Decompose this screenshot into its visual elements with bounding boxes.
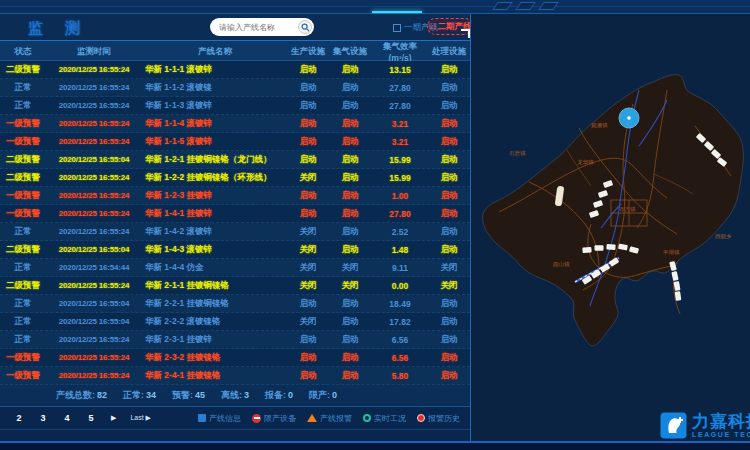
cell-line-name: 华新 1-1-2 滚镀镍 <box>142 82 288 94</box>
district-map[interactable]: 观澜镇龙华镇布吉镇西丽乡平湖镇园山镇石岩镇 <box>471 14 750 441</box>
cell-gas-efficiency: 6.56 <box>372 353 428 363</box>
table-row[interactable]: 正常 2020/12/25 16:55:04 华新 2-2-1 挂镀铜镍铬 启动… <box>0 295 470 313</box>
cell-status: 正常 <box>0 226 46 238</box>
cell-status: 正常 <box>0 82 46 94</box>
table-row[interactable]: 正常 2020/12/25 16:55:24 华新 2-3-1 挂镀锌 启动 启… <box>0 331 470 349</box>
cell-production-facility: 关闭 <box>288 172 328 184</box>
cell-monitor-time: 2020/12/25 16:55:24 <box>46 119 142 128</box>
map-panel[interactable]: 观澜镇龙华镇布吉镇西丽乡平湖镇园山镇石岩镇 力嘉科技 LEAGUE TECH <box>470 14 750 441</box>
table-row[interactable]: 一级预警 2020/12/25 16:55:24 华新 2-3-2 挂镀镍铬 启… <box>0 349 470 367</box>
cell-gas-efficiency: 18.49 <box>372 299 428 309</box>
table-row[interactable]: 二级预警 2020/12/25 16:55:24 华新 1-1-1 滚镀锌 启动… <box>0 61 470 79</box>
cell-status: 正常 <box>0 316 46 328</box>
map-cluster-marker[interactable] <box>582 247 591 253</box>
limit-equipment-icon <box>252 414 261 423</box>
legend-line-info[interactable]: 产线信息 <box>198 413 241 424</box>
cell-gas-efficiency: 13.15 <box>372 65 428 75</box>
table-row[interactable]: 二级预警 2020/12/25 16:55:04 华新 1-2-1 挂镀铜镍铬（… <box>0 151 470 169</box>
cell-line-name: 华新 1-2-2 挂镀铜镍铬（环形线） <box>142 172 288 184</box>
cell-gas-facility: 关闭 <box>328 280 372 292</box>
col-production-facility: 生产设施 <box>288 46 328 58</box>
page-title: 监 测 <box>28 19 89 38</box>
legend-limit-equipment[interactable]: 限产设备 <box>252 413 296 424</box>
cell-production-facility: 启动 <box>288 334 328 346</box>
legend-label: 限产设备 <box>264 413 296 424</box>
logo-en: LEAGUE TECH <box>692 431 750 438</box>
cell-production-facility: 启动 <box>288 82 328 94</box>
summary-offline: 离线:3 <box>221 389 249 402</box>
map-place-label: 观澜镇 <box>591 122 608 129</box>
footer-strip <box>0 443 750 450</box>
legend-label: 产线信息 <box>209 413 241 424</box>
cell-treatment-facility: 启动 <box>428 244 470 256</box>
cell-gas-efficiency: 0.00 <box>372 281 428 291</box>
cell-status: 正常 <box>0 334 46 346</box>
table-row[interactable]: 正常 2020/12/25 16:55:24 华新 1-4-2 滚镀锌 关闭 启… <box>0 223 470 241</box>
last-page-button[interactable]: Last ▶ <box>130 414 151 422</box>
checkbox-icon[interactable] <box>393 24 401 32</box>
legend-label: 报警历史 <box>428 413 460 424</box>
deco-slash <box>492 2 513 10</box>
cell-gas-facility: 启动 <box>328 136 372 148</box>
cell-treatment-facility: 启动 <box>428 334 470 346</box>
pagination-bar: 1 2 3 4 5 ▶ Last ▶ 产线信息 限产设备 产线报警 实时工况 报… <box>0 407 470 430</box>
cell-line-name: 华新 1-4-3 滚镀锌 <box>142 244 288 256</box>
table-row[interactable]: 二级预警 2020/12/25 16:55:04 华新 1-4-3 滚镀锌 关闭… <box>0 241 470 259</box>
page-1[interactable]: 1 <box>0 413 7 423</box>
summary-warning: 预警:45 <box>172 389 205 402</box>
map-boundary <box>483 75 744 346</box>
page-3[interactable]: 3 <box>31 413 55 423</box>
page-2[interactable]: 2 <box>7 413 31 423</box>
cell-gas-efficiency: 1.00 <box>372 191 428 201</box>
legend-line-alarm[interactable]: 产线报警 <box>307 413 352 424</box>
table-row[interactable]: 二级预警 2020/12/25 16:55:24 华新 2-1-1 挂镀铜镍铬 … <box>0 277 470 295</box>
cell-treatment-facility: 启动 <box>428 370 470 382</box>
table-row[interactable]: 一级预警 2020/12/25 16:55:24 华新 2-4-1 挂镀镍铬 启… <box>0 367 470 385</box>
cell-line-name: 华新 2-2-2 滚镀镍铬 <box>142 316 288 328</box>
map-cluster-marker[interactable] <box>671 271 678 281</box>
col-status: 状态 <box>0 46 46 58</box>
table-body: 二级预警 2020/12/25 16:55:24 华新 1-1-1 滚镀锌 启动… <box>0 61 470 385</box>
next-page-button[interactable]: ▶ <box>111 414 116 422</box>
search-box[interactable] <box>210 18 314 36</box>
table-row[interactable]: 一级预警 2020/12/25 16:55:24 华新 1-4-1 挂镀锌 启动… <box>0 205 470 223</box>
cell-status: 一级预警 <box>0 118 46 130</box>
map-cluster-marker[interactable] <box>606 244 615 250</box>
cell-production-facility: 启动 <box>288 370 328 382</box>
legend-label: 实时工况 <box>374 413 406 424</box>
cell-line-name: 华新 1-1-5 滚镀锌 <box>142 136 288 148</box>
table-row[interactable]: 一级预警 2020/12/25 16:55:24 华新 1-1-4 滚镀锌 启动… <box>0 115 470 133</box>
legend-alarm-history[interactable]: 报警历史 <box>417 413 460 424</box>
cell-production-facility: 启动 <box>288 118 328 130</box>
cell-treatment-facility: 启动 <box>428 316 470 328</box>
map-cluster-marker[interactable] <box>674 281 681 291</box>
logo-icon <box>660 412 687 439</box>
cell-treatment-facility: 启动 <box>428 118 470 130</box>
map-cluster-marker[interactable] <box>595 245 604 251</box>
cell-treatment-facility: 启动 <box>428 172 470 184</box>
table-row[interactable]: 一级预警 2020/12/25 16:55:24 华新 1-2-3 挂镀锌 启动… <box>0 187 470 205</box>
summary-total: 产线总数:82 <box>56 389 107 402</box>
table-row[interactable]: 正常 2020/12/25 16:55:24 华新 1-1-3 滚镀锌 启动 启… <box>0 97 470 115</box>
search-input[interactable] <box>210 23 292 32</box>
cell-monitor-time: 2020/12/25 16:55:24 <box>46 371 142 380</box>
cell-treatment-facility: 关闭 <box>428 262 470 274</box>
cell-treatment-facility: 启动 <box>428 208 470 220</box>
legend-realtime-status[interactable]: 实时工况 <box>363 413 406 424</box>
cell-gas-facility: 启动 <box>328 172 372 184</box>
cell-status: 一级预警 <box>0 352 46 364</box>
cell-gas-facility: 启动 <box>328 190 372 202</box>
cell-monitor-time: 2020/12/25 16:55:24 <box>46 65 142 74</box>
cell-gas-efficiency: 15.99 <box>372 155 428 165</box>
cell-treatment-facility: 启动 <box>428 190 470 202</box>
page-5[interactable]: 5 <box>79 413 103 423</box>
table-row[interactable]: 正常 2020/12/25 16:55:24 华新 1-1-2 滚镀镍 启动 启… <box>0 79 470 97</box>
page-4[interactable]: 4 <box>55 413 79 423</box>
table-row[interactable]: 二级预警 2020/12/25 16:55:24 华新 1-2-2 挂镀铜镍铬（… <box>0 169 470 187</box>
cell-gas-facility: 启动 <box>328 208 372 220</box>
table-row[interactable]: 一级预警 2020/12/25 16:55:24 华新 1-1-5 滚镀锌 启动… <box>0 133 470 151</box>
search-button[interactable] <box>298 20 312 34</box>
cell-treatment-facility: 启动 <box>428 154 470 166</box>
table-row[interactable]: 正常 2020/12/25 16:54:44 华新 1-4-4 仿金 关闭 关闭… <box>0 259 470 277</box>
table-row[interactable]: 正常 2020/12/25 16:55:04 华新 2-2-2 滚镀镍铬 关闭 … <box>0 313 470 331</box>
